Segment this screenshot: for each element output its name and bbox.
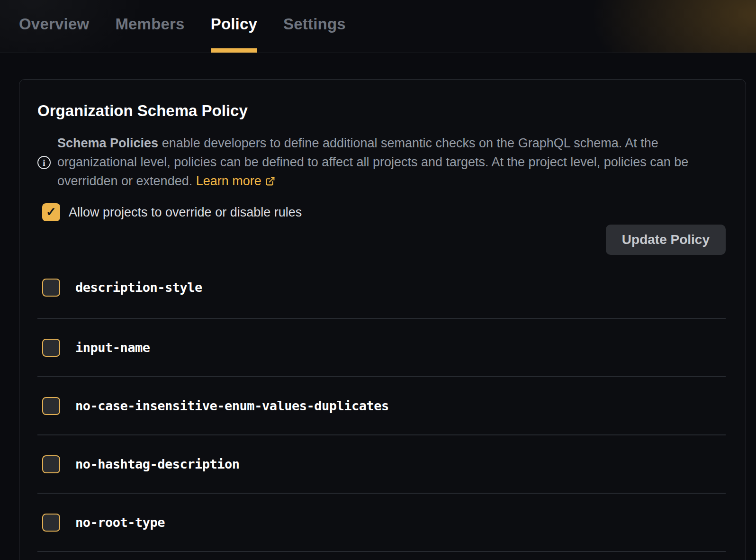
rule-row: no-hashtag-description: [37, 435, 726, 494]
external-link-icon: [265, 172, 275, 191]
tab-bar: Overview Members Policy Settings: [0, 0, 756, 53]
policy-description: Schema Policies enable developers to def…: [57, 134, 707, 191]
tab-members-label: Members: [115, 15, 184, 33]
rule-row: no-case-insensitive-enum-values-duplicat…: [37, 377, 726, 435]
policy-info-callout: i Schema Policies enable developers to d…: [37, 134, 726, 191]
rules-list: description-style input-name no-case-ins…: [37, 257, 726, 552]
allow-override-row: ✓ Allow projects to override or disable …: [42, 203, 726, 222]
tab-policy[interactable]: Policy: [211, 0, 257, 53]
rule-checkbox-description-style[interactable]: [42, 279, 60, 297]
rule-checkbox-no-root-type[interactable]: [42, 514, 60, 532]
rule-name: no-root-type: [75, 515, 165, 530]
learn-more-link[interactable]: Learn more: [196, 174, 261, 188]
allow-override-checkbox[interactable]: ✓: [42, 203, 60, 221]
rule-name: no-hashtag-description: [75, 457, 240, 471]
tab-overview-label: Overview: [19, 15, 89, 33]
rule-row: input-name: [37, 319, 726, 377]
update-policy-button[interactable]: Update Policy: [606, 225, 726, 255]
rule-row: no-root-type: [37, 494, 726, 552]
rule-checkbox-input-name[interactable]: [42, 339, 60, 357]
rule-row: description-style: [37, 257, 726, 319]
tab-overview[interactable]: Overview: [19, 0, 89, 53]
tab-settings[interactable]: Settings: [283, 0, 346, 53]
allow-override-label: Allow projects to override or disable ru…: [69, 205, 302, 220]
policy-description-lead: Schema Policies: [57, 136, 158, 150]
rule-checkbox-no-hashtag-description[interactable]: [42, 455, 60, 473]
tab-members[interactable]: Members: [115, 0, 184, 53]
rule-name: input-name: [75, 340, 150, 355]
active-tab-indicator: [211, 48, 257, 53]
button-row: Update Policy: [37, 225, 726, 255]
rule-name: no-case-insensitive-enum-values-duplicat…: [75, 398, 389, 413]
checkmark-icon: ✓: [46, 206, 56, 218]
rule-name: description-style: [75, 280, 202, 295]
info-icon: i: [37, 156, 51, 169]
rule-checkbox-no-case-insensitive-enum-values-duplicates[interactable]: [42, 397, 60, 415]
schema-policy-card: Organization Schema Policy i Schema Poli…: [19, 79, 746, 560]
page-title: Organization Schema Policy: [37, 101, 726, 120]
tab-settings-label: Settings: [283, 15, 346, 33]
tab-policy-label: Policy: [211, 15, 257, 33]
